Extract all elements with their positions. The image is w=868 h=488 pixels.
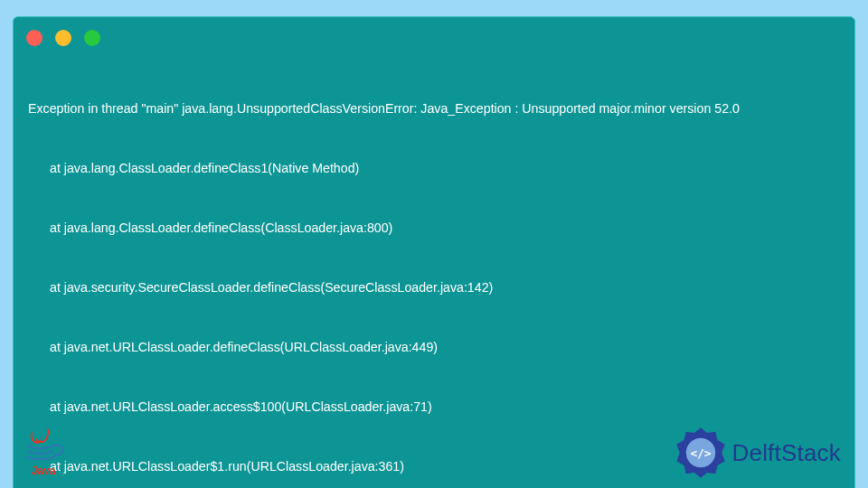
delftstack-logo: </> DelftStack <box>675 427 842 479</box>
delftstack-label: DelftStack <box>732 439 842 467</box>
footer: Java </> DelftStack <box>0 427 868 479</box>
stack-trace: Exception in thread "main" java.lang.Uns… <box>14 55 854 488</box>
delftstack-medallion-icon: </> <box>675 427 727 479</box>
maximize-icon[interactable] <box>84 30 100 46</box>
terminal-window: Exception in thread "main" java.lang.Uns… <box>13 16 855 488</box>
stack-frame: at java.security.SecureClassLoader.defin… <box>28 277 840 297</box>
minimize-icon[interactable] <box>55 30 71 46</box>
stack-frame: at java.lang.ClassLoader.defineClass(Cla… <box>28 218 840 238</box>
java-logo: Java <box>27 428 60 477</box>
window-titlebar <box>14 17 854 55</box>
java-cup-icon <box>27 428 60 463</box>
stack-frame: at java.lang.ClassLoader.defineClass1(Na… <box>28 158 840 178</box>
stack-frame: at java.net.URLClassLoader.access$100(UR… <box>28 397 840 417</box>
svg-text:</>: </> <box>690 446 711 460</box>
exception-header: Exception in thread "main" java.lang.Uns… <box>28 99 840 118</box>
java-label: Java <box>32 465 56 477</box>
stack-frame: at java.net.URLClassLoader.defineClass(U… <box>28 337 840 357</box>
close-icon[interactable] <box>26 30 42 46</box>
